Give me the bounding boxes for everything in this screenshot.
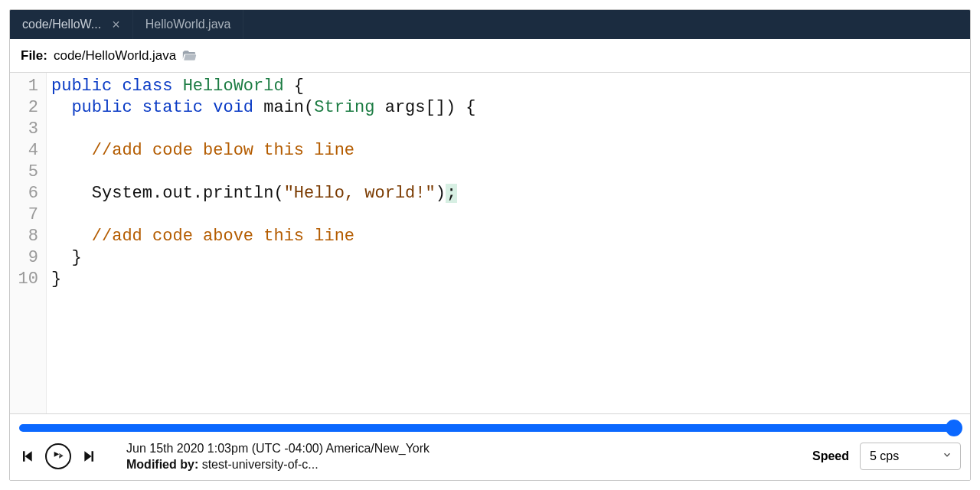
skip-start-button[interactable]: [19, 449, 34, 464]
tab-bar: code/HelloW... × HelloWorld.java: [10, 10, 970, 39]
modified-by-value: stest-university-of-c...: [202, 458, 318, 471]
line-number: 1: [10, 76, 38, 97]
code-editor[interactable]: 12345678910 public class HelloWorld { pu…: [10, 73, 970, 414]
code-line[interactable]: public class HelloWorld {: [51, 76, 964, 97]
playback-timestamp: Jun 15th 2020 1:03pm (UTC -04:00) Americ…: [126, 440, 430, 456]
speed-value: 5 cps: [870, 449, 899, 463]
code-area[interactable]: public class HelloWorld { public static …: [47, 73, 970, 413]
skip-end-button[interactable]: [82, 449, 97, 464]
tab-label: code/HelloW...: [22, 18, 101, 31]
playback-track[interactable]: [19, 422, 961, 434]
playback-meta: Jun 15th 2020 1:03pm (UTC -04:00) Americ…: [126, 440, 430, 472]
line-number: 3: [10, 119, 38, 140]
tab-secondary-file[interactable]: HelloWorld.java: [133, 10, 244, 39]
tab-label: HelloWorld.java: [145, 18, 231, 31]
play-button[interactable]: [45, 443, 71, 469]
code-line[interactable]: public static void main(String args[]) {: [51, 97, 964, 119]
line-number: 10: [10, 269, 38, 290]
file-label: File:: [21, 48, 47, 64]
line-number: 8: [10, 226, 38, 247]
file-path-bar: File: code/HelloWorld.java: [10, 39, 970, 73]
line-number: 9: [10, 247, 38, 269]
line-number: 4: [10, 140, 38, 162]
line-number-gutter: 12345678910: [10, 73, 47, 413]
code-line[interactable]: [51, 162, 964, 183]
playback-thumb[interactable]: [946, 420, 962, 436]
line-number: 7: [10, 204, 38, 226]
close-icon[interactable]: ×: [112, 18, 120, 31]
code-line[interactable]: }: [51, 247, 964, 269]
playback-bar: Jun 15th 2020 1:03pm (UTC -04:00) Americ…: [10, 414, 970, 480]
line-number: 6: [10, 183, 38, 204]
speed-label: Speed: [812, 449, 849, 463]
speed-select[interactable]: 5 cps: [860, 443, 961, 470]
code-line[interactable]: //add code above this line: [51, 226, 964, 247]
tab-active-file[interactable]: code/HelloW... ×: [10, 10, 133, 39]
playback-progress: [19, 424, 961, 432]
chevron-down-icon: [942, 449, 952, 463]
line-number: 2: [10, 97, 38, 119]
line-number: 5: [10, 162, 38, 183]
code-line[interactable]: }: [51, 269, 964, 290]
code-line[interactable]: [51, 204, 964, 226]
file-path: code/HelloWorld.java: [54, 48, 176, 64]
code-line[interactable]: [51, 119, 964, 140]
code-line[interactable]: System.out.println("Hello, world!");: [51, 183, 964, 204]
modified-by-label: Modified by:: [126, 458, 198, 471]
folder-open-icon[interactable]: [182, 48, 198, 64]
code-line[interactable]: //add code below this line: [51, 140, 964, 162]
